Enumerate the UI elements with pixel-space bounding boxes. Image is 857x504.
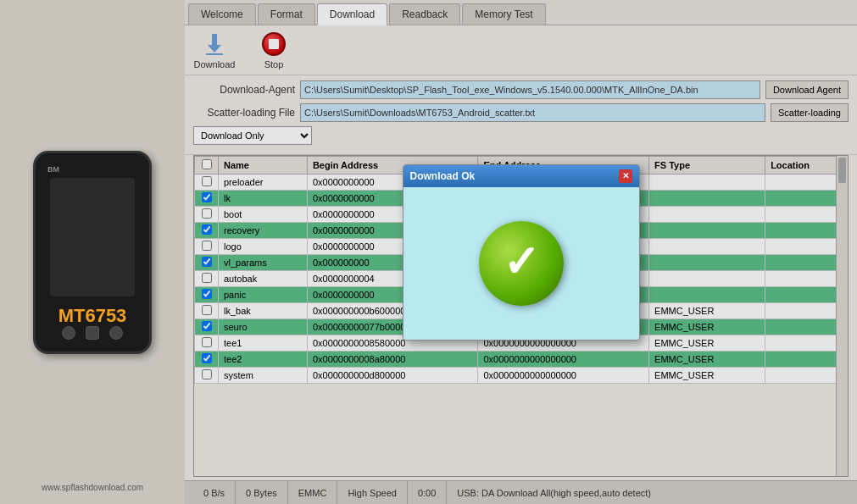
phone-buttons xyxy=(62,326,123,340)
phone-model: MT6753 xyxy=(58,305,127,327)
checkmark: ✓ xyxy=(503,240,540,284)
phone-btn-home xyxy=(62,326,75,340)
phone-btn-menu xyxy=(109,326,123,340)
phone-device: BM MT6753 xyxy=(33,151,152,354)
main-content: Welcome Format Download Readback Memory … xyxy=(185,0,857,504)
modal-body: ✓ xyxy=(403,187,639,340)
phone-sidebar: BM MT6753 www.spflashdownload.com xyxy=(0,0,185,504)
phone-btn-back xyxy=(86,326,99,340)
modal-overlay: Download Ok ✕ ✓ xyxy=(185,0,857,504)
success-icon: ✓ xyxy=(479,221,564,306)
modal-title: Download Ok xyxy=(410,170,476,182)
modal-titlebar: Download Ok ✕ xyxy=(403,165,639,187)
phone-brand: BM xyxy=(47,165,59,174)
website-label: www.spflashdownload.com xyxy=(0,483,185,492)
download-ok-modal: Download Ok ✕ ✓ xyxy=(403,164,640,341)
modal-close-button[interactable]: ✕ xyxy=(619,169,632,183)
phone-screen xyxy=(50,178,135,296)
